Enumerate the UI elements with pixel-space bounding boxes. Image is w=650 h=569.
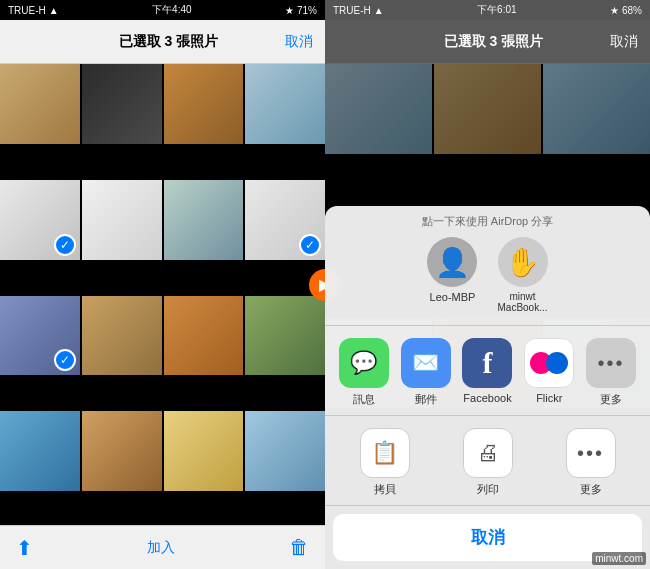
- share-app-facebook[interactable]: f Facebook: [462, 338, 512, 407]
- share-apps-row: 💬 訊息 ✉️ 郵件 f Facebook: [325, 326, 650, 416]
- copy-label: 拷貝: [374, 482, 396, 497]
- print-label: 列印: [477, 482, 499, 497]
- apps-more-icon: •••: [586, 338, 636, 388]
- share-app-flickr[interactable]: Flickr: [524, 338, 574, 407]
- photo-cell-13[interactable]: [0, 411, 80, 491]
- photo-cell-11[interactable]: [164, 296, 244, 376]
- status-right-left: ★ 71%: [285, 5, 317, 16]
- action-more2[interactable]: ••• 更多: [566, 428, 616, 497]
- share-icon[interactable]: ⬆: [16, 536, 33, 560]
- photo-cell-4[interactable]: [245, 64, 325, 144]
- airdrop-person-1[interactable]: 👤 Leo-MBP: [427, 237, 477, 313]
- action-print[interactable]: 🖨 列印: [463, 428, 513, 497]
- share-sheet: 點一下來使用 AirDrop 分享 👤 Leo-MBP ✋ minwt MacB…: [325, 206, 650, 569]
- wifi-icon-left: ▲: [49, 5, 59, 16]
- share-actions-row: 📋 拷貝 🖨 列印 ••• 更多: [325, 416, 650, 506]
- status-right-r: ★ 68%: [610, 5, 642, 16]
- status-left: TRUE-H ▲: [8, 5, 59, 16]
- right-nav-bar: 已選取 3 張照片 取消: [325, 20, 650, 64]
- photo-cell-10[interactable]: [82, 296, 162, 376]
- left-nav-bar: 已選取 3 張照片 取消: [0, 20, 325, 64]
- photo-cell-9[interactable]: ✓: [0, 296, 80, 376]
- left-panel: TRUE-H ▲ 下午4:40 ★ 71% 已選取 3 張照片 取消 ✓ ✓ ✓: [0, 0, 325, 569]
- share-app-mail[interactable]: ✉️ 郵件: [401, 338, 451, 407]
- mail-label: 郵件: [415, 392, 437, 407]
- photo-cell-5[interactable]: ✓: [0, 180, 80, 260]
- left-photo-grid: ✓ ✓ ✓: [0, 64, 325, 525]
- right-panel: TRUE-H ▲ 下午6:01 ★ 68% 已選取 3 張照片 取消 點一下來使…: [325, 0, 650, 569]
- left-status-bar: TRUE-H ▲ 下午4:40 ★ 71%: [0, 0, 325, 20]
- photo-cell-14[interactable]: [82, 411, 162, 491]
- time-right: 下午6:01: [477, 3, 516, 17]
- right-nav-title: 已選取 3 張照片: [444, 33, 544, 51]
- bt-icon-left: ★: [285, 5, 294, 16]
- watermark: minwt.com: [592, 552, 646, 565]
- battery-right: 68%: [622, 5, 642, 16]
- time-left: 下午4:40: [152, 3, 191, 17]
- airdrop-name-2: minwt MacBook...: [497, 291, 547, 313]
- photo-cell-15[interactable]: [164, 411, 244, 491]
- apps-more-dots: •••: [598, 352, 625, 375]
- flickr-label: Flickr: [536, 392, 562, 404]
- photo-cell-8[interactable]: ✓: [245, 180, 325, 260]
- action-more-label: 更多: [580, 482, 602, 497]
- flickr-dots: [530, 352, 568, 374]
- left-bottom-toolbar: ⬆ 加入 🗑: [0, 525, 325, 569]
- facebook-icon: f: [462, 338, 512, 388]
- check-9: ✓: [54, 349, 76, 371]
- print-icon: 🖨: [463, 428, 513, 478]
- action-more-icon: •••: [566, 428, 616, 478]
- flickr-dot-blue: [546, 352, 568, 374]
- photo-cell-2[interactable]: [82, 64, 162, 144]
- check-8: ✓: [299, 234, 321, 256]
- airdrop-avatar-1: 👤: [427, 237, 477, 287]
- right-status-bar: TRUE-H ▲ 下午6:01 ★ 68%: [325, 0, 650, 20]
- mail-icon: ✉️: [401, 338, 451, 388]
- flickr-icon: [524, 338, 574, 388]
- share-app-messages[interactable]: 💬 訊息: [339, 338, 389, 407]
- airdrop-contacts: 👤 Leo-MBP ✋ minwt MacBook...: [325, 237, 650, 321]
- left-nav-title: 已選取 3 張照片: [119, 33, 219, 51]
- apps-more-label: 更多: [600, 392, 622, 407]
- airdrop-person-2[interactable]: ✋ minwt MacBook...: [497, 237, 547, 313]
- airdrop-name-1: Leo-MBP: [430, 291, 476, 303]
- add-button[interactable]: 加入: [147, 539, 175, 557]
- photo-cell-16[interactable]: [245, 411, 325, 491]
- left-cancel-button[interactable]: 取消: [285, 33, 313, 51]
- wifi-icon-right: ▲: [374, 5, 384, 16]
- action-more-dots: •••: [577, 442, 604, 465]
- messages-icon: 💬: [339, 338, 389, 388]
- carrier-right: TRUE-H: [333, 5, 371, 16]
- messages-label: 訊息: [353, 392, 375, 407]
- airdrop-label: 點一下來使用 AirDrop 分享: [325, 214, 650, 229]
- photo-cell-3[interactable]: [164, 64, 244, 144]
- airdrop-section: 點一下來使用 AirDrop 分享 👤 Leo-MBP ✋ minwt MacB…: [325, 206, 650, 325]
- battery-left: 71%: [297, 5, 317, 16]
- check-5: ✓: [54, 234, 76, 256]
- facebook-label: Facebook: [463, 392, 511, 404]
- airdrop-avatar-2: ✋: [498, 237, 548, 287]
- action-copy[interactable]: 📋 拷貝: [360, 428, 410, 497]
- photo-cell-7[interactable]: [164, 180, 244, 260]
- photo-cell-12[interactable]: [245, 296, 325, 376]
- delete-icon[interactable]: 🗑: [289, 536, 309, 559]
- photo-cell-6[interactable]: [82, 180, 162, 260]
- share-app-more[interactable]: ••• 更多: [586, 338, 636, 407]
- right-photo-grid: 點一下來使用 AirDrop 分享 👤 Leo-MBP ✋ minwt MacB…: [325, 64, 650, 569]
- photo-cell-1[interactable]: [0, 64, 80, 144]
- carrier-left: TRUE-H: [8, 5, 46, 16]
- copy-icon: 📋: [360, 428, 410, 478]
- bt-icon-right: ★: [610, 5, 619, 16]
- status-left-r: TRUE-H ▲: [333, 5, 384, 16]
- right-cancel-button[interactable]: 取消: [610, 33, 638, 51]
